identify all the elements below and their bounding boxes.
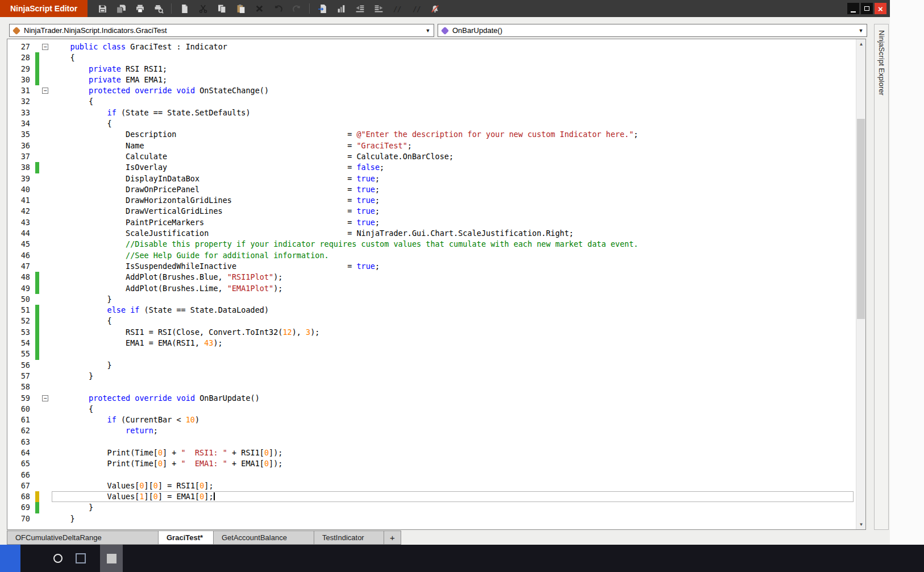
line-number[interactable]: 60 (7, 404, 35, 415)
code-line[interactable]: 53 RSI1 = RSI(Close, Convert.ToInt32(12)… (7, 327, 855, 338)
line-number[interactable]: 56 (7, 360, 35, 371)
code-line[interactable]: 67 Values[0][0] = RSI1[0]; (7, 480, 855, 491)
code-line[interactable]: 47 IsSuspendedWhileInactive = true; (7, 261, 855, 272)
taskbar-search-button[interactable] (47, 545, 69, 572)
class-selector[interactable]: NinjaTrader.NinjaScript.Indicators.Graci… (9, 24, 434, 37)
line-number[interactable]: 62 (7, 425, 35, 436)
line-number[interactable]: 64 (7, 447, 35, 458)
code-line[interactable]: 49 AddPlot(Brushes.Lime, "EMA1Plot"); (7, 283, 855, 294)
new-tab-button[interactable]: + (384, 530, 401, 545)
code-line[interactable]: 35 Description = @"Enter the description… (7, 129, 855, 140)
scrollbar-thumb[interactable] (857, 119, 865, 319)
line-number[interactable]: 63 (7, 437, 35, 447)
start-button[interactable] (0, 545, 20, 572)
tab-gracitest[interactable]: GraciTest* (159, 530, 214, 545)
redo-button[interactable] (289, 1, 305, 16)
tab-testindicator[interactable]: TestIndicator (314, 530, 384, 545)
tab-getaccountbalance[interactable]: GetAccountBalance (214, 530, 314, 545)
line-number[interactable]: 58 (7, 382, 35, 392)
code-line[interactable]: 30 private EMA EMA1; (7, 74, 855, 85)
select-document-button[interactable] (176, 1, 192, 16)
line-number[interactable]: 29 (7, 64, 35, 74)
code-line[interactable]: 58 (7, 382, 855, 392)
line-number[interactable]: 36 (7, 140, 35, 151)
line-number[interactable]: 54 (7, 338, 35, 349)
code-line[interactable]: 69 } (7, 502, 855, 513)
cut-button[interactable] (195, 1, 211, 16)
line-number[interactable]: 67 (7, 480, 35, 491)
code-line[interactable]: 43 PaintPriceMarkers = true; (7, 217, 855, 228)
code-line[interactable]: 57 } (7, 371, 855, 382)
code-line[interactable]: 37 Calculate = Calculate.OnBarClose; (7, 151, 855, 162)
code-line[interactable]: 54 EMA1 = EMA(RSI1, 43); (7, 338, 855, 349)
code-line[interactable]: 29 private RSI RSI1; (7, 64, 855, 74)
line-number[interactable]: 45 (7, 239, 35, 250)
code-line[interactable]: 27− public class GraciTest : Indicator (7, 42, 855, 52)
paste-button[interactable] (232, 1, 248, 16)
print-button[interactable] (132, 1, 148, 16)
line-number[interactable]: 51 (7, 305, 35, 316)
delete-button[interactable] (251, 1, 267, 16)
code-line[interactable]: 42 DrawVerticalGridLines = true; (7, 206, 855, 217)
line-number[interactable]: 55 (7, 349, 35, 359)
code-line[interactable]: 55 (7, 349, 855, 359)
compile-button[interactable] (333, 1, 349, 16)
taskbar-app-button[interactable] (69, 545, 92, 572)
fold-collapse-icon[interactable]: − (42, 88, 48, 94)
line-number[interactable]: 46 (7, 250, 35, 261)
line-number[interactable]: 50 (7, 294, 35, 305)
maximize-button[interactable] (861, 3, 873, 14)
minimize-button[interactable] (847, 3, 859, 14)
member-selector[interactable]: OnBarUpdate() ▼ (438, 24, 867, 37)
line-number[interactable]: 42 (7, 206, 35, 217)
code-line[interactable]: 39 DisplayInDataBox = true; (7, 173, 855, 184)
line-number[interactable]: 28 (7, 52, 35, 63)
code-editor[interactable]: 27− public class GraciTest : Indicator28… (7, 39, 866, 530)
line-number[interactable]: 47 (7, 261, 35, 272)
line-number[interactable]: 53 (7, 327, 35, 338)
ninjascript-explorer-strip[interactable]: NinjaScript Explorer (874, 24, 889, 530)
code-line[interactable]: 48 AddPlot(Brushes.Blue, "RSI1Plot"); (7, 272, 855, 283)
line-number[interactable]: 32 (7, 96, 35, 107)
code-line[interactable]: 61 if (CurrentBar < 10) (7, 415, 855, 425)
line-number[interactable]: 48 (7, 272, 35, 283)
uncomment-selection-button[interactable]: // (408, 1, 424, 16)
code-line[interactable]: 33 if (State == State.SetDefaults) (7, 107, 855, 118)
code-line[interactable]: 70 } (7, 513, 855, 524)
code-line[interactable]: 68 Values[1][0] = EMA1[0]; (7, 491, 855, 502)
code-line[interactable]: 52 { (7, 316, 855, 326)
save-all-button[interactable] (113, 1, 129, 16)
tab-ofcumulativedeltarange[interactable]: OFCumulativeDeltaRange (7, 530, 159, 545)
line-number[interactable]: 34 (7, 118, 35, 129)
line-number[interactable]: 38 (7, 162, 35, 173)
code-line[interactable]: 44 ScaleJustification = NinjaTrader.Gui.… (7, 228, 855, 239)
line-number[interactable]: 61 (7, 415, 35, 425)
code-line[interactable]: 28 { (7, 52, 855, 63)
code-line[interactable]: 41 DrawHorizontalGridLines = true; (7, 195, 855, 206)
taskbar-active-app-button[interactable] (100, 545, 123, 572)
line-number[interactable]: 59 (7, 393, 35, 404)
line-number[interactable]: 43 (7, 217, 35, 228)
close-button[interactable]: × (875, 3, 886, 14)
code-line[interactable]: 34 { (7, 118, 855, 129)
line-number[interactable]: 68 (7, 491, 35, 502)
code-line[interactable]: 36 Name = "GraciTest"; (7, 140, 855, 151)
code-line[interactable]: 50 } (7, 294, 855, 305)
scroll-up-icon[interactable]: ▲ (856, 39, 866, 49)
code-line[interactable]: 62 return; (7, 425, 855, 436)
line-number[interactable]: 49 (7, 283, 35, 294)
line-number[interactable]: 39 (7, 173, 35, 184)
code-line[interactable]: 64 Print(Time[0] + " RSI1: " + RSI1[0]); (7, 447, 855, 458)
line-number[interactable]: 65 (7, 458, 35, 469)
comment-selection-button[interactable]: //, (389, 1, 405, 16)
line-number[interactable]: 66 (7, 470, 35, 480)
line-number[interactable]: 57 (7, 371, 35, 382)
code-line[interactable]: 32 { (7, 96, 855, 107)
code-line[interactable]: 31− protected override void OnStateChang… (7, 85, 855, 96)
fold-collapse-icon[interactable]: − (42, 44, 48, 50)
line-number[interactable]: 41 (7, 195, 35, 206)
line-number[interactable]: 52 (7, 316, 35, 326)
line-number[interactable]: 35 (7, 129, 35, 140)
save-button[interactable] (94, 1, 110, 16)
print-preview-button[interactable] (151, 1, 167, 16)
